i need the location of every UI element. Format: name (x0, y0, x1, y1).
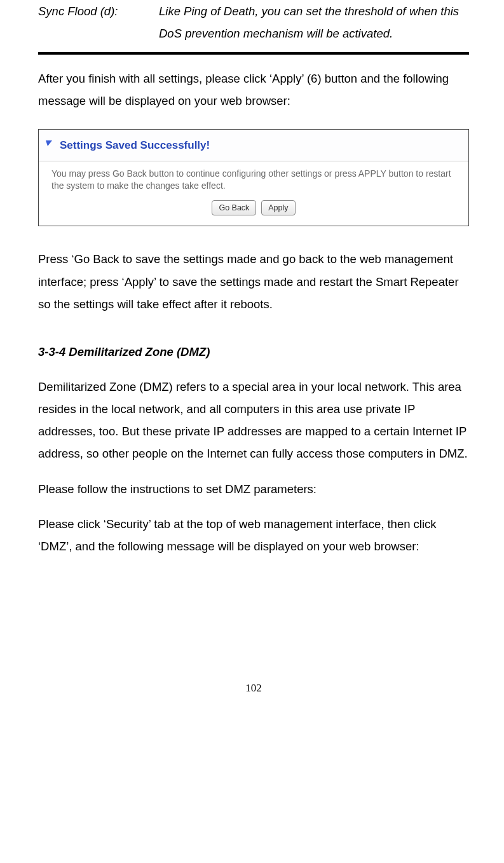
definition-row: Sync Flood (d): Like Ping of Death, you … (38, 0, 469, 44)
dmz-paragraph-2: Please follow the instructions to set DM… (38, 478, 469, 500)
go-back-button[interactable]: Go Back (212, 200, 256, 215)
screenshot-body: You may press Go Back button to continue… (39, 161, 468, 226)
divider (38, 52, 469, 55)
screenshot-header: Settings Saved Successfully! (39, 130, 468, 161)
goback-instruction-paragraph: Press ‘Go Back to save the settings made… (38, 248, 469, 315)
settings-saved-screenshot: Settings Saved Successfully! You may pre… (38, 129, 469, 227)
section-heading-dmz: 3-3-4 Demilitarized Zone (DMZ) (38, 341, 469, 363)
pin-icon (45, 134, 55, 156)
screenshot-button-row: Go Back Apply (51, 200, 456, 215)
apply-button[interactable]: Apply (261, 200, 295, 215)
dmz-paragraph-3: Please click ‘Security’ tab at the top o… (38, 513, 469, 557)
apply-instruction-paragraph: After you finish with all settings, plea… (38, 67, 469, 112)
screenshot-title: Settings Saved Successfully! (60, 140, 210, 151)
definition-term: Sync Flood (d): (38, 0, 159, 44)
svg-marker-0 (46, 140, 52, 146)
screenshot-message: You may press Go Back button to continue… (51, 168, 456, 192)
definition-description: Like Ping of Death, you can set the thre… (159, 0, 469, 44)
dmz-paragraph-1: Demilitarized Zone (DMZ) refers to a spe… (38, 376, 469, 465)
page-number: 102 (38, 678, 469, 698)
